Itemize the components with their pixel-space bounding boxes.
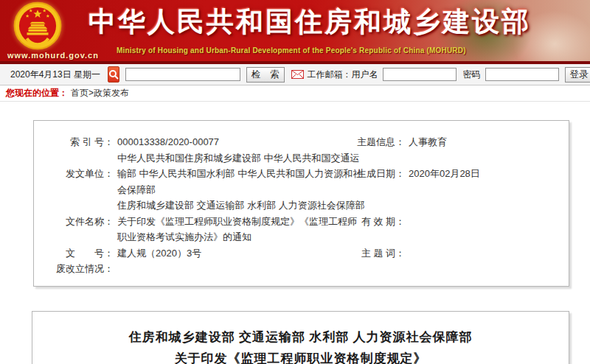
meta-field-value: 中华人民共和国住房和城乡建设部 中华人民共和国交通运 (117, 150, 347, 167)
meta-field-label: 主题信息： (347, 134, 405, 150)
site-subtitle-en: Ministry of Housing and Urban-Rural Deve… (117, 46, 466, 55)
meta-row: 索 引 号： 000013338/2020-00077 主题信息： 人事教育 (34, 134, 569, 150)
meta-field-value: 职业资格考试实施办法》的通知 (117, 229, 347, 245)
site-title: 中华人民共和国住房和城乡建设部 (88, 4, 531, 41)
meta-row: 住房和城乡建设部 交通运输部 水利部 人力资源社会保障部 (34, 197, 569, 214)
meta-field-label (347, 150, 405, 167)
login-button[interactable]: 登录 (565, 67, 590, 83)
meta-row: 中华人民共和国住房和城乡建设部 中华人民共和国交通运 (34, 150, 569, 167)
search-submit-button[interactable]: 检 索 (246, 67, 285, 83)
national-emblem-icon (13, 1, 62, 50)
article-title-line2: 关于印发《监理工程师职业资格制度规定》 (32, 348, 569, 364)
meta-row: 职业资格考试实施办法》的通知 (34, 229, 569, 245)
meta-row: 发文单位： 输部 中华人民共和国水利部 中华人民共和国人力资源和社 生成日期： … (34, 166, 569, 182)
meta-field-label: 主 题 词： (347, 245, 405, 262)
breadcrumb-path[interactable]: 首页>政策发布 (71, 87, 129, 99)
meta-field-label (347, 182, 405, 198)
meta-field-label: 索 引 号： (34, 134, 114, 150)
meta-field-value: 关于印发《监理工程师职业资格制度规定》《监理工程师 (117, 214, 347, 230)
mailbox-username-label: 工作邮箱：用户名 (308, 69, 378, 81)
password-label: 密码 (463, 69, 481, 81)
meta-field-label: 生成日期： (347, 166, 405, 182)
search-icon-button[interactable] (108, 66, 119, 83)
date-text: 2020年4月13日 星期一 (10, 69, 100, 81)
meta-field-value: 000013338/2020-00077 (117, 134, 347, 150)
meta-field-label (34, 229, 114, 245)
meta-field-label (347, 261, 405, 277)
meta-field-label: 废改立情况： (34, 261, 114, 277)
meta-field-label: 文件名称： (34, 214, 114, 230)
toolbar: 2020年4月13日 星期一 检 索 工作邮箱：用户名 密码 登录 设为首页 (0, 64, 590, 85)
meta-field-label (34, 182, 114, 198)
meta-field-label: 发文单位： (34, 166, 114, 182)
document-meta-table: 索 引 号： 000013338/2020-00077 主题信息： 人事教育 中… (33, 120, 569, 287)
site-banner: www.mohurd.gov.cn 中华人民共和国住房和城乡建设部 Minist… (0, 0, 590, 64)
meta-field-label: 文 号： (34, 245, 114, 262)
breadcrumb: 您现在的位置： 首页>政策发布 (0, 85, 590, 102)
meta-field-value: 输部 中华人民共和国水利部 中华人民共和国人力资源和社 (117, 166, 347, 182)
mail-icon (291, 70, 304, 79)
meta-field-value: 建人规（2020）3号 (117, 245, 347, 262)
meta-row: 废改立情况： (34, 261, 569, 277)
meta-field-label (347, 197, 405, 214)
search-icon (108, 69, 119, 80)
article-panel: 住房和城乡建设部 交通运输部 水利部 人力资源社会保障部 关于印发《监理工程师职… (32, 311, 569, 364)
meta-field-label (34, 150, 114, 167)
meta-field-value: 2020年02月28日 (409, 166, 480, 182)
breadcrumb-prefix: 您现在的位置： (6, 87, 68, 99)
meta-field-label (347, 229, 405, 245)
meta-row: 文 号： 建人规（2020）3号 主 题 词： (34, 245, 569, 262)
site-url: www.mohurd.gov.cn (7, 51, 99, 60)
meta-field-value: 人事教育 (409, 134, 447, 150)
username-input[interactable] (383, 68, 457, 81)
meta-field-value: 会保障部 (117, 182, 347, 198)
password-input[interactable] (485, 68, 559, 81)
meta-field-value (117, 261, 347, 277)
meta-field-label: 有 效 期： (347, 214, 405, 230)
meta-field-label (34, 197, 114, 214)
meta-field-value: 住房和城乡建设部 交通运输部 水利部 人力资源社会保障部 (117, 197, 347, 214)
article-title-line1: 住房和城乡建设部 交通运输部 水利部 人力资源社会保障部 (32, 326, 569, 348)
meta-row: 文件名称： 关于印发《监理工程师职业资格制度规定》《监理工程师 有 效 期： (34, 214, 569, 230)
search-input[interactable] (125, 68, 240, 81)
meta-row: 会保障部 (34, 182, 569, 198)
